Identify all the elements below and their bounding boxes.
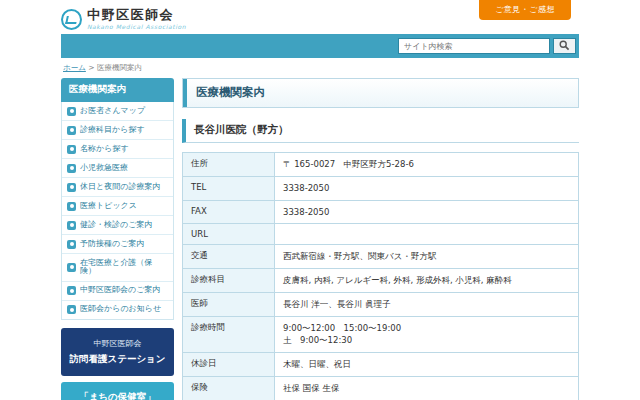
machi-no-hokenshitsu-banner[interactable]: 「まちの保健室」 相談受付中 <box>61 382 174 400</box>
sidebar-item-doctor-map[interactable]: お医者さんマップ <box>62 102 173 121</box>
table-row: 医師長谷川 洋一、長谷川 眞理子 <box>183 292 579 316</box>
sidebar-item-search-by-department[interactable]: 診療科目から探す <box>62 121 173 140</box>
site-title: 中野区医師会 <box>87 8 186 23</box>
table-row: 交通西武新宿線・野方駅、関東バス・野方駅 <box>183 245 579 269</box>
sidebar-item-association-news[interactable]: 医師会からのお知らせ <box>62 301 173 319</box>
home-icon <box>67 263 76 272</box>
sidebar: 医療機関案内 お医者さんマップ 診療科目から探す 名称から探す 小児救急医療 休… <box>61 78 174 400</box>
sidebar-item-holiday-night-care[interactable]: 休日と夜間の診療案内 <box>62 178 173 197</box>
moon-icon <box>67 183 76 192</box>
search-input[interactable] <box>398 38 550 54</box>
site-header: 中野区医師会 Nakano Medical Association ご意見・ご感… <box>61 0 579 34</box>
breadcrumb-current: 医療機関案内 <box>97 63 142 72</box>
association-icon <box>67 286 76 295</box>
sidebar-item-medical-topics[interactable]: 医療トピックス <box>62 197 173 216</box>
page-title: 医療機関案内 <box>182 78 579 108</box>
emergency-icon <box>67 164 76 173</box>
table-row: 診療時間9:00〜12:00 15:00〜19:00 土 9:00〜12:30 <box>183 316 579 353</box>
site-logo[interactable]: 中野区医師会 Nakano Medical Association <box>61 4 186 30</box>
clinic-info-table: 住所〒 165-0027 中野区野方5-28-6 TEL3338-2050 FA… <box>182 152 579 400</box>
table-row: 休診日木曜、日曜、祝日 <box>183 353 579 377</box>
search-bar <box>61 34 579 58</box>
sidebar-header: 医療機関案内 <box>61 78 174 102</box>
visiting-nurse-station-banner[interactable]: 中野区医師会 訪問看護ステーション <box>61 328 174 376</box>
lightbulb-icon <box>67 202 76 211</box>
search-button[interactable] <box>553 38 576 54</box>
sidebar-item-search-by-name[interactable]: 名称から探す <box>62 140 173 159</box>
logo-icon <box>61 9 82 30</box>
table-row: FAX3338-2050 <box>183 200 579 224</box>
sidebar-item-pediatric-emergency[interactable]: 小児救急医療 <box>62 159 173 178</box>
search-icon <box>559 39 570 54</box>
table-row: 診療科目皮膚科, 内科, アレルギー科, 外科, 形成外科, 小児科, 麻酔科 <box>183 269 579 293</box>
breadcrumb-separator: > <box>88 63 94 72</box>
sidebar-item-association-info[interactable]: 中野区医師会のご案内 <box>62 282 173 301</box>
sidebar-nav: お医者さんマップ 診療科目から探す 名称から探す 小児救急医療 休日と夜間の診療… <box>61 102 174 320</box>
document-icon <box>67 221 76 230</box>
table-row: 住所〒 165-0027 中野区野方5-28-6 <box>183 153 579 177</box>
clinic-name-heading: 長谷川医院（野方） <box>182 119 579 143</box>
page: 中野区医師会 Nakano Medical Association ご意見・ご感… <box>61 0 579 400</box>
table-row: URL <box>183 224 579 245</box>
sidebar-item-home-care[interactable]: 在宅医療と介護（保険） <box>62 254 173 282</box>
sidebar-item-health-checkup[interactable]: 健診・検診のご案内 <box>62 216 173 235</box>
main-content: 医療機関案内 長谷川医院（野方） 住所〒 165-0027 中野区野方5-28-… <box>182 78 579 400</box>
map-icon <box>67 107 76 116</box>
magnifier-icon <box>67 145 76 154</box>
stethoscope-icon <box>67 126 76 135</box>
breadcrumb: ホーム > 医療機関案内 <box>61 58 579 78</box>
feedback-button[interactable]: ご意見・ご感想 <box>479 0 571 20</box>
table-row: 保険社保 国保 生保 <box>183 376 579 400</box>
table-row: TEL3338-2050 <box>183 176 579 200</box>
breadcrumb-home-link[interactable]: ホーム <box>63 63 86 72</box>
megaphone-icon <box>67 305 76 314</box>
site-subtitle: Nakano Medical Association <box>87 23 186 30</box>
syringe-icon <box>67 240 76 249</box>
sidebar-item-vaccination[interactable]: 予防接種のご案内 <box>62 235 173 254</box>
